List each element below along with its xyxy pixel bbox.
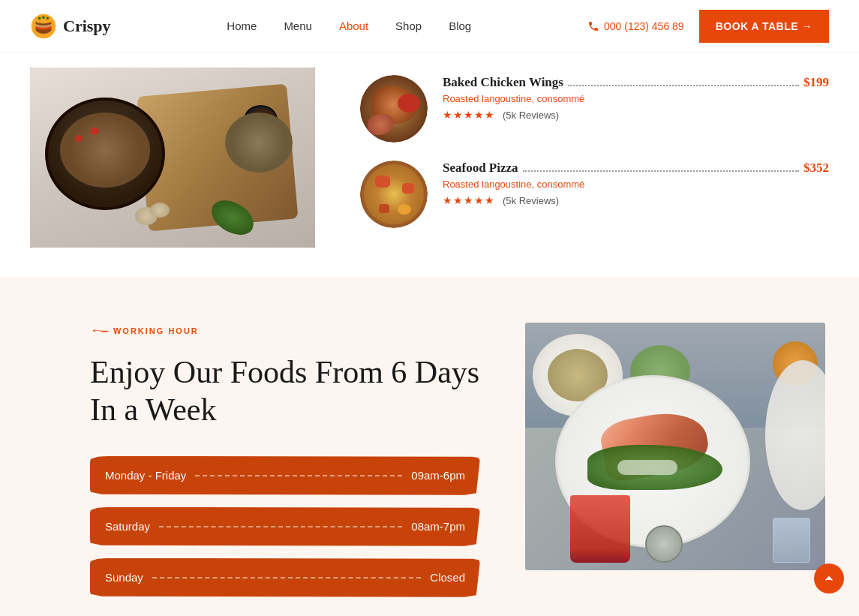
working-label: WORKING HOUR [113, 326, 199, 335]
phone-icon [587, 20, 599, 32]
menu-item-pizza: Seafood Pizza $352 Roasted langoustine, … [360, 161, 829, 228]
navbar: Crispy Home Menu About Shop Blog 000 (12… [0, 0, 859, 53]
seafood-pizza-price: $352 [803, 161, 829, 176]
nav-right: 000 (123) 456 89 BOOK A TABLE → [587, 10, 829, 43]
chevron-up-icon [823, 572, 835, 584]
seafood-pizza-stars: ★★★★★ [443, 195, 495, 206]
nav-about[interactable]: About [339, 20, 368, 32]
svg-point-5 [35, 18, 52, 23]
nav-blog[interactable]: Blog [449, 20, 471, 32]
chicken-wings-price: $199 [803, 75, 829, 90]
nav-menu: Home Menu About Shop Blog [227, 20, 471, 33]
phone-number: 000 (123) 456 89 [604, 20, 684, 32]
working-title-line2: In a Week [90, 392, 216, 427]
chicken-wings-reviews: (5k Reviews) [503, 110, 559, 121]
arrow-decoration: ←- - - [90, 323, 106, 338]
menu-items-list: Baked Chicken Wings $199 Roasted langous… [360, 68, 829, 248]
monday-friday-time: 09am-6pm [411, 469, 465, 482]
chicken-wings-desc: Roasted langoustine, consommé [443, 93, 829, 104]
menu-item-chicken: Baked Chicken Wings $199 Roasted langous… [360, 75, 829, 143]
chicken-wings-image [360, 75, 428, 143]
working-label-row: ←- - - WORKING HOUR [90, 323, 480, 338]
sunday-row: Sunday Closed [90, 558, 480, 597]
seafood-pizza-info: Seafood Pizza $352 Roasted langoustine, … [443, 161, 829, 207]
working-hours-right [525, 323, 825, 570]
monday-friday-day: Monday - Friday [105, 469, 186, 482]
sunday-day: Sunday [105, 571, 143, 584]
burger-icon [30, 13, 57, 40]
svg-point-6 [38, 17, 41, 20]
svg-point-7 [42, 16, 45, 19]
seafood-pizza-reviews: (5k Reviews) [503, 195, 559, 206]
logo-text: Crispy [63, 17, 111, 36]
logo[interactable]: Crispy [30, 13, 111, 40]
chicken-wings-stars: ★★★★★ [443, 110, 495, 121]
nav-menu-link[interactable]: Menu [284, 20, 312, 32]
chicken-wings-info: Baked Chicken Wings $199 Roasted langous… [443, 75, 829, 122]
top-section: Baked Chicken Wings $199 Roasted langous… [0, 53, 859, 278]
seafood-pizza-image [360, 161, 428, 228]
seafood-pizza-name: Seafood Pizza [443, 161, 518, 176]
phone-area[interactable]: 000 (123) 456 89 [587, 20, 684, 32]
saturday-row: Saturday 08am-7pm [90, 507, 480, 546]
nav-home[interactable]: Home [227, 20, 257, 32]
nav-shop[interactable]: Shop [395, 20, 422, 32]
back-to-top-button[interactable] [814, 563, 844, 593]
svg-point-8 [47, 17, 50, 20]
working-title: Enjoy Our Foods From 6 Days In a Week [90, 353, 480, 429]
book-table-button[interactable]: BOOK A TABLE → [699, 10, 829, 43]
saturday-time: 08am-7pm [411, 520, 465, 533]
hero-food-image [30, 68, 315, 248]
hours-list: Monday - Friday 09am-6pm Saturday 08am-7… [90, 456, 480, 597]
working-title-line1: Enjoy Our Foods From 6 Days [90, 355, 479, 389]
monday-friday-row: Monday - Friday 09am-6pm [90, 456, 480, 495]
working-hours-section: ←- - - WORKING HOUR Enjoy Our Foods From… [0, 278, 859, 616]
seafood-pizza-desc: Roasted langoustine, consommé [443, 179, 829, 190]
working-hours-left: ←- - - WORKING HOUR Enjoy Our Foods From… [90, 323, 480, 597]
sunday-time: Closed [430, 571, 465, 584]
salmon-salad-image [525, 323, 825, 570]
saturday-day: Saturday [105, 520, 150, 533]
chicken-wings-name: Baked Chicken Wings [443, 75, 563, 90]
